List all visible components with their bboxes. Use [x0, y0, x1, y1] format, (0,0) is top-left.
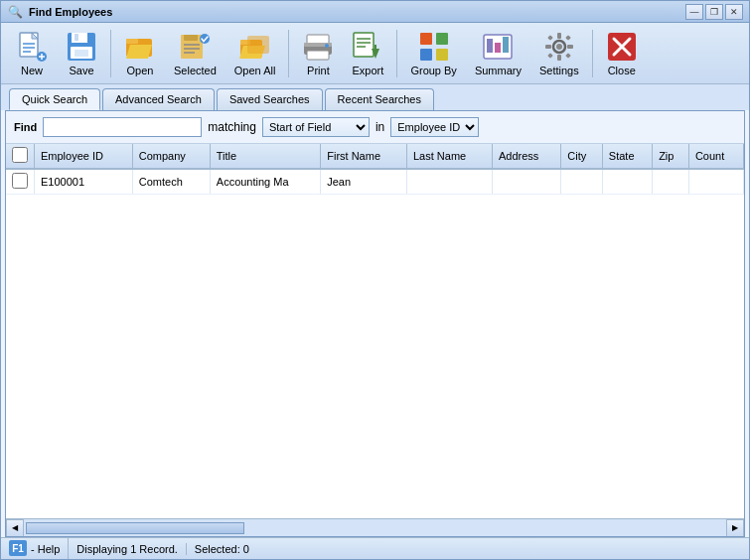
selected-button[interactable]: Selected	[167, 27, 224, 80]
close-window-button[interactable]: ✕	[725, 4, 743, 20]
new-button[interactable]: New	[9, 27, 55, 80]
separator-4	[592, 30, 593, 77]
tab-quick-search[interactable]: Quick Search	[9, 88, 100, 110]
open-label: Open	[127, 65, 154, 76]
svg-rect-10	[75, 34, 78, 41]
matching-select[interactable]: Start of Field Any Part of Field Exact M…	[262, 117, 370, 137]
svg-rect-12	[75, 50, 88, 57]
col-header-state[interactable]: State	[602, 144, 652, 169]
print-icon	[302, 31, 334, 63]
tab-advanced-search[interactable]: Advanced Search	[102, 88, 215, 110]
scroll-left-button[interactable]: ◀	[6, 519, 24, 537]
svg-marker-15	[126, 45, 152, 59]
cell-count	[688, 169, 743, 195]
restore-button[interactable]: ❐	[705, 4, 723, 20]
svg-rect-54	[565, 53, 571, 59]
row-checkbox[interactable]	[12, 173, 28, 189]
col-header-employee-id[interactable]: Employee ID	[35, 144, 133, 169]
svg-rect-29	[307, 51, 329, 60]
export-button[interactable]: Export	[345, 27, 390, 80]
results-table: Employee ID Company Title First Name Las…	[6, 144, 744, 195]
settings-button[interactable]: Settings	[532, 27, 586, 80]
svg-rect-14	[126, 39, 138, 44]
scroll-track	[26, 522, 724, 534]
scroll-right-button[interactable]: ▶	[726, 519, 744, 537]
export-label: Export	[353, 65, 384, 76]
svg-rect-40	[436, 49, 448, 61]
in-select[interactable]: Employee ID First Name Last Name Company…	[390, 117, 479, 137]
window-icon: 🔍	[7, 4, 23, 20]
col-header-count[interactable]: Count	[688, 144, 743, 169]
open-button[interactable]: Open	[117, 27, 163, 80]
svg-rect-48	[557, 55, 561, 61]
help-section: F1 - Help	[1, 538, 69, 559]
selected-count-text: Selected: 0	[186, 543, 257, 555]
selected-label: Selected	[174, 65, 217, 76]
minimize-button[interactable]: —	[685, 4, 703, 20]
svg-text:F1: F1	[12, 543, 24, 554]
close-label: Close	[608, 65, 636, 76]
table-row[interactable]: E100001 Comtech Accounting Ma Jean	[6, 169, 744, 195]
help-key-icon: F1	[9, 540, 27, 558]
export-icon	[352, 31, 383, 63]
toolbar: New Save	[1, 23, 749, 84]
separator-1	[110, 30, 111, 77]
save-button[interactable]: Save	[59, 27, 104, 80]
svg-rect-53	[547, 53, 553, 59]
new-icon	[16, 31, 48, 63]
svg-rect-37	[420, 33, 432, 45]
cell-zip	[653, 169, 689, 195]
window-controls: — ❐ ✕	[685, 4, 743, 20]
help-label: - Help	[31, 543, 60, 555]
col-header-title[interactable]: Title	[210, 144, 320, 169]
cell-address	[493, 169, 561, 195]
svg-rect-50	[567, 45, 573, 49]
cell-last-name	[407, 169, 493, 195]
search-bar: Find matching Start of Field Any Part of…	[6, 111, 744, 144]
main-window: 🔍 Find Employees — ❐ ✕ Ne	[0, 0, 750, 560]
summary-button[interactable]: Summary	[468, 27, 528, 80]
open-all-button[interactable]: Open All	[227, 27, 283, 80]
svg-rect-39	[420, 49, 432, 61]
cell-checkbox	[6, 169, 35, 195]
svg-rect-42	[487, 39, 493, 53]
col-header-zip[interactable]: Zip	[653, 144, 689, 169]
tab-recent-searches[interactable]: Recent Searches	[325, 88, 434, 110]
summary-label: Summary	[475, 65, 522, 76]
select-all-checkbox[interactable]	[12, 147, 28, 163]
separator-3	[396, 30, 397, 77]
svg-point-46	[556, 44, 562, 50]
svg-rect-43	[495, 43, 501, 53]
settings-label: Settings	[539, 65, 579, 76]
close-button[interactable]: Close	[599, 27, 645, 80]
svg-rect-9	[72, 33, 87, 43]
horizontal-scrollbar: ◀ ▶	[6, 518, 744, 536]
svg-point-30	[325, 44, 329, 48]
svg-rect-31	[354, 33, 374, 57]
group-by-button[interactable]: Group By	[403, 27, 463, 80]
col-header-address[interactable]: Address	[493, 144, 561, 169]
open-all-icon	[239, 31, 271, 63]
matching-label: matching	[208, 120, 256, 134]
cell-employee-id: E100001	[35, 169, 133, 195]
col-header-first-name[interactable]: First Name	[321, 144, 407, 169]
separator-2	[288, 30, 289, 77]
col-header-checkbox[interactable]	[6, 144, 35, 169]
find-label: Find	[14, 121, 37, 133]
svg-rect-17	[184, 35, 198, 41]
col-header-company[interactable]: Company	[132, 144, 210, 169]
summary-icon	[482, 31, 514, 63]
tab-saved-searches[interactable]: Saved Searches	[217, 88, 323, 110]
find-input[interactable]	[43, 117, 202, 137]
col-header-city[interactable]: City	[561, 144, 603, 169]
print-button[interactable]: Print	[295, 27, 341, 80]
new-label: New	[21, 65, 43, 76]
status-bar: F1 - Help Displaying 1 Record. Selected:…	[1, 537, 749, 559]
open-icon	[124, 31, 156, 63]
svg-rect-52	[565, 35, 571, 41]
col-header-last-name[interactable]: Last Name	[407, 144, 493, 169]
settings-icon	[543, 31, 575, 63]
table-header-row: Employee ID Company Title First Name Las…	[6, 144, 744, 169]
svg-rect-38	[436, 33, 448, 45]
scroll-thumb[interactable]	[26, 522, 244, 534]
